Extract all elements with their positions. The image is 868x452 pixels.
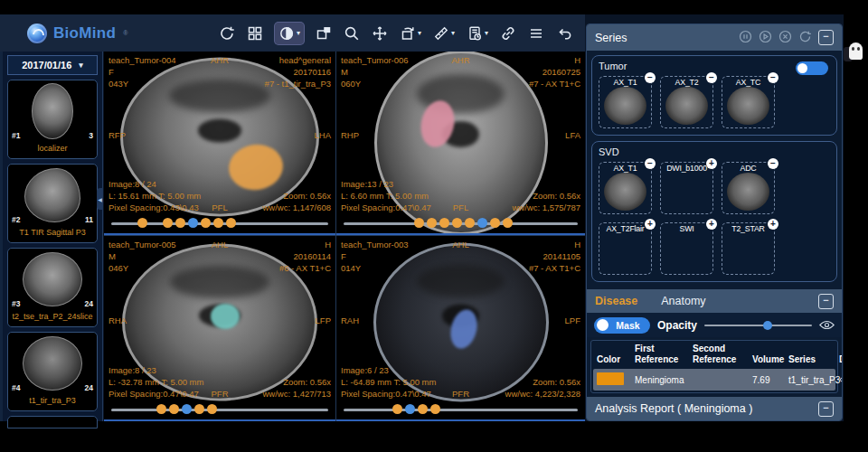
slice-dot[interactable]: [503, 218, 513, 228]
collapse-icon[interactable]: [818, 401, 834, 417]
viewport-1[interactable]: teach_Tumor-004F043Y AHR head^general201…: [104, 52, 335, 235]
play-circle-icon[interactable]: [759, 30, 772, 46]
refresh-icon[interactable]: [798, 30, 812, 46]
add-badge-icon[interactable]: +: [768, 219, 778, 230]
lesion-series: t1_tir_tra_P3: [788, 375, 839, 385]
series-thumbnail-t1-tra[interactable]: #4 24 t1_tir_tra_P3: [7, 332, 98, 411]
slice-dot[interactable]: [213, 218, 223, 228]
zoom-level: Zoom: 0.56x: [533, 191, 580, 201]
mask-toggle[interactable]: Mask: [594, 317, 650, 334]
series-slot-t2-star[interactable]: +T2_STAR: [722, 222, 775, 275]
sidebar-collapse-handle[interactable]: ◀: [97, 188, 103, 210]
swap-layout-icon[interactable]: [316, 25, 332, 42]
link-icon[interactable]: [500, 25, 516, 42]
slice-dot[interactable]: [194, 404, 204, 414]
viewport-3[interactable]: teach_Tumor-005M046Y AHL H20160114#6 - A…: [104, 236, 335, 421]
slice-dot[interactable]: [418, 404, 428, 414]
series-thumbnail-t2-tra[interactable]: #3 24 t2_tse_tra_P2_24slice: [7, 248, 98, 327]
refresh-icon[interactable]: [219, 25, 235, 42]
slice-markers[interactable]: [344, 218, 578, 228]
slice-markers[interactable]: [111, 218, 328, 228]
collapse-icon[interactable]: [818, 30, 834, 45]
stop-circle-icon[interactable]: [778, 30, 792, 46]
slice-dot[interactable]: [414, 218, 424, 228]
series-thumbnail-t1-sagittal[interactable]: #2 11 T1 TIR Sagittal P3: [7, 164, 98, 243]
remove-badge-icon[interactable]: −: [645, 158, 656, 169]
series-slot-ax-tc[interactable]: −AX_TC: [722, 76, 775, 128]
current-slice-dot[interactable]: [405, 404, 415, 414]
slice-slider[interactable]: [344, 404, 578, 415]
slice-dot[interactable]: [226, 218, 236, 228]
slice-dot[interactable]: [163, 218, 173, 228]
current-slice-dot[interactable]: [477, 218, 487, 228]
remove-badge-icon[interactable]: −: [768, 72, 778, 83]
series-slot-adc[interactable]: −ADC: [722, 162, 775, 214]
slice-dot[interactable]: [452, 218, 462, 228]
layout-grid-icon[interactable]: [247, 25, 263, 42]
add-badge-icon[interactable]: +: [645, 219, 656, 230]
slice-dot[interactable]: [439, 218, 449, 228]
menu-icon[interactable]: [528, 25, 544, 42]
slice-dot[interactable]: [150, 218, 160, 228]
rotate-icon[interactable]: ▾: [400, 25, 421, 42]
measure-icon[interactable]: ▾: [433, 25, 455, 42]
assistant-ghost-icon[interactable]: [849, 42, 863, 60]
remove-badge-icon[interactable]: −: [645, 72, 656, 83]
pause-circle-icon[interactable]: [739, 30, 752, 46]
slot-label: AX_T2: [661, 78, 712, 87]
slice-markers[interactable]: [344, 404, 578, 414]
report-icon[interactable]: ▾: [467, 25, 488, 42]
pan-move-icon[interactable]: [372, 25, 388, 42]
add-badge-icon[interactable]: +: [706, 219, 717, 230]
table-row[interactable]: Meningioma 7.69 t1_tir_tra_P3: [593, 369, 835, 391]
series-thumbnail-localizer[interactable]: #1 3 localizer: [7, 80, 98, 159]
viewport-4[interactable]: teach_Tumor-003F014Y AHL H20141105#7 - A…: [336, 236, 585, 421]
series-thumbnail-partial[interactable]: [7, 416, 98, 428]
lesion-table-header: Color First Reference Second Reference V…: [593, 343, 835, 366]
zoom-search-icon[interactable]: [344, 25, 360, 42]
add-badge-icon[interactable]: +: [706, 158, 717, 169]
slice-markers[interactable]: [111, 404, 328, 414]
remove-badge-icon[interactable]: −: [768, 158, 778, 169]
slice-slider[interactable]: [111, 218, 328, 229]
slice-dot[interactable]: [207, 404, 217, 414]
contrast-icon[interactable]: ▾: [275, 23, 304, 44]
slice-slider[interactable]: [344, 218, 578, 229]
slice-slider[interactable]: [111, 404, 328, 415]
slice-dot[interactable]: [156, 404, 166, 414]
study-date-dropdown[interactable]: 2017/01/16 ▾: [7, 55, 98, 75]
slice-dot[interactable]: [490, 218, 500, 228]
remove-badge-icon[interactable]: −: [706, 72, 717, 83]
col-second-reference: Second Reference: [693, 344, 752, 365]
current-slice-dot[interactable]: [188, 218, 198, 228]
analysis-report-header[interactable]: Analysis Report ( Meningioma ): [587, 397, 842, 420]
thumbnail-image: [23, 336, 82, 391]
slice-dot[interactable]: [427, 218, 437, 228]
current-slice-dot[interactable]: [182, 404, 192, 414]
series-slot-ax-t2[interactable]: −AX_T2: [660, 76, 713, 128]
slice-dot[interactable]: [465, 218, 475, 228]
series-slot-dwi-b1000[interactable]: +DWI_b1000: [660, 162, 713, 214]
lesion-color-swatch[interactable]: [597, 372, 624, 385]
series-slot-ax-t2flair[interactable]: +AX_T2Flair: [599, 222, 652, 275]
tab-anatomy[interactable]: Anatomy: [661, 295, 705, 307]
series-slot-ax-t1[interactable]: −AX_T1: [599, 162, 652, 214]
slice-dot[interactable]: [201, 218, 211, 228]
patient-sex: M: [108, 251, 116, 261]
slice-dot[interactable]: [175, 218, 185, 228]
opacity-slider[interactable]: [704, 319, 812, 332]
slice-dot[interactable]: [137, 218, 147, 228]
series-slot-ax-t1[interactable]: −AX_T1: [599, 76, 652, 128]
undo-icon[interactable]: [556, 25, 572, 42]
series-slot-swi[interactable]: +SWI: [660, 222, 713, 275]
eye-icon[interactable]: [819, 320, 835, 330]
tab-disease[interactable]: Disease: [595, 295, 637, 307]
collapse-icon[interactable]: [818, 294, 834, 309]
slice-dot[interactable]: [169, 404, 179, 414]
opacity-slider-thumb[interactable]: [763, 321, 772, 330]
slice-dot[interactable]: [430, 404, 440, 414]
tumor-toggle[interactable]: [796, 61, 828, 75]
viewport-2[interactable]: teach_Tumor-006M060Y AHR H20160725#7 - A…: [336, 52, 585, 235]
display-eye-icon[interactable]: [839, 375, 843, 384]
slice-dot[interactable]: [392, 404, 402, 414]
